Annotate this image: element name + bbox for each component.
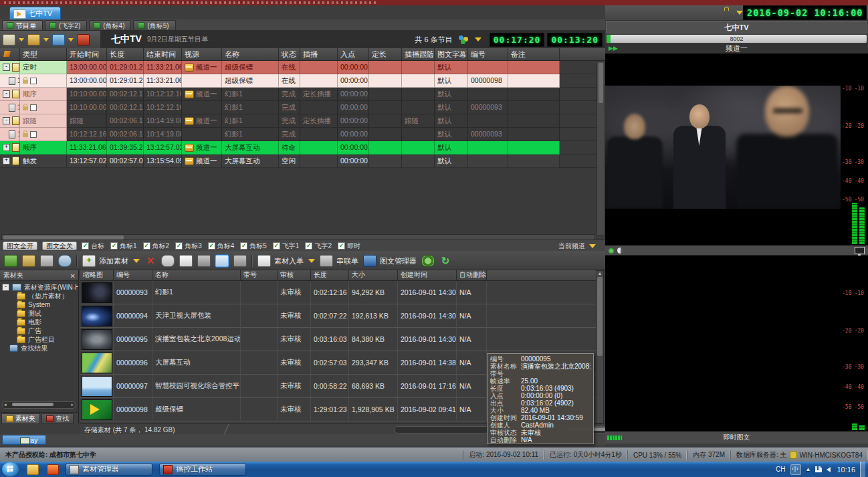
playlist-row[interactable]: 110:12:12.1600:02:06.1710:14:19.08幻影1完成0… bbox=[0, 128, 605, 141]
playlist-column-header[interactable]: 编号 bbox=[468, 48, 508, 60]
checkbox-checked-icon[interactable]: ✓ bbox=[273, 242, 280, 250]
cg-check-item[interactable]: ✓即时 bbox=[338, 242, 360, 251]
playlist-subtab[interactable]: 节目单 bbox=[2, 20, 43, 31]
grid-view-icon[interactable] bbox=[40, 255, 53, 267]
refresh-icon[interactable]: ↻ bbox=[439, 256, 451, 266]
playlist-row[interactable]: -3顺序10:10:00.0000:02:12.1610:12:12.16频道一… bbox=[0, 88, 605, 101]
delete-material-icon[interactable]: ✕ bbox=[144, 256, 156, 266]
media-thumbnail[interactable] bbox=[82, 282, 112, 303]
playlist-subtab[interactable]: (角标5) bbox=[133, 20, 175, 31]
collapse-minus-icon[interactable]: - bbox=[2, 284, 9, 291]
media-row[interactable]: 00000094天津卫视大屏包装未审核0:02:07:22192,613 KB2… bbox=[80, 304, 596, 328]
checkbox-checked-icon[interactable]: ✓ bbox=[305, 242, 312, 250]
cg-manager-icon[interactable] bbox=[363, 255, 376, 267]
playlist-column-header[interactable]: 结束时间 bbox=[144, 48, 182, 60]
cg-check-item[interactable]: ✓飞字1 bbox=[273, 242, 300, 251]
show-desktop-button[interactable] bbox=[860, 462, 865, 477]
tree-tab-search[interactable]: 查找 bbox=[41, 413, 74, 424]
contrast-icon[interactable] bbox=[617, 248, 623, 254]
tree-folder-item[interactable]: （垫片素材） bbox=[2, 292, 78, 300]
tree-close-icon[interactable]: ✕ bbox=[70, 271, 76, 281]
storage-tab[interactable]: 存储素材 (共 7 条， 14.82 GB) bbox=[84, 425, 175, 435]
quicklaunch-app-icon[interactable] bbox=[47, 464, 59, 475]
playlist-column-header[interactable]: 图文字幕 bbox=[435, 48, 468, 60]
open-folder-icon[interactable] bbox=[22, 255, 35, 267]
checkbox-checked-icon[interactable]: ✓ bbox=[175, 242, 183, 250]
playlist-row[interactable]: +6触发13:12:57.0200:02:57.0313:15:54.05频道一… bbox=[0, 155, 605, 168]
media-column-header[interactable] bbox=[487, 270, 596, 280]
checkbox-checked-icon[interactable]: ✓ bbox=[110, 242, 118, 250]
playlist-column-header[interactable]: 视源 bbox=[182, 48, 222, 60]
stamp-icon[interactable] bbox=[77, 34, 90, 45]
material-to-list-icon[interactable] bbox=[257, 255, 271, 267]
playlist-column-header[interactable]: 长度 bbox=[107, 48, 144, 60]
view-detail-icon[interactable] bbox=[233, 255, 247, 267]
media-thumbnail[interactable] bbox=[82, 306, 112, 326]
playlist-column-header[interactable]: 插播跟随 bbox=[402, 48, 435, 60]
tools-dropdown-icon[interactable] bbox=[68, 38, 74, 41]
cg-check-item[interactable]: ✓角标3 bbox=[175, 242, 202, 251]
media-column-header[interactable]: 编号 bbox=[114, 270, 152, 280]
playlist-column-header[interactable]: 状态 bbox=[279, 48, 300, 60]
playlist-column-header[interactable]: 名称 bbox=[222, 48, 279, 60]
cg-check-item[interactable]: ✓角标5 bbox=[240, 242, 267, 251]
media-thumbnail[interactable] bbox=[82, 353, 112, 373]
ime-indicator[interactable]: 中 bbox=[790, 464, 801, 475]
cg-manager-label[interactable]: 图文管理器 bbox=[380, 256, 417, 266]
media-row[interactable]: 00000093幻影1未审核0:02:12:1694,292 KB2016-09… bbox=[80, 281, 596, 304]
edit-playlist-icon[interactable] bbox=[27, 34, 40, 45]
current-channel-dropdown-icon[interactable] bbox=[589, 244, 596, 248]
open-playlist-dropdown-icon[interactable] bbox=[19, 38, 24, 41]
checkbox-checked-icon[interactable]: ✓ bbox=[240, 242, 247, 250]
channel-on-icon[interactable] bbox=[609, 248, 614, 254]
clip-checkbox[interactable] bbox=[30, 131, 37, 138]
tree-horizontal-scrollbar[interactable]: ◂▸ bbox=[2, 401, 76, 409]
playlist-row[interactable]: 113:00:00.0001:29:01.2311:33:21.06超级保镖在线… bbox=[0, 74, 605, 88]
cg-check-item[interactable]: ✓角标2 bbox=[143, 242, 170, 251]
tree-tab-folders[interactable]: 素材夹 bbox=[1, 413, 40, 424]
playlist-column-header[interactable]: 备注 bbox=[508, 48, 560, 60]
media-row[interactable]: 00000095演播室包装之北京2008运动会未审核0:03:16:0384,3… bbox=[80, 328, 596, 351]
cg-open-all-button[interactable]: 图文全开 bbox=[3, 242, 37, 250]
open-playlist-icon[interactable] bbox=[3, 34, 15, 45]
playlist-column-header[interactable]: 类型 bbox=[20, 48, 67, 60]
start-button[interactable] bbox=[2, 462, 19, 476]
tree-folder-item[interactable]: 广告 bbox=[2, 326, 78, 335]
cg-check-item[interactable]: ✓台标 bbox=[82, 242, 104, 251]
checkbox-checked-icon[interactable]: ✓ bbox=[82, 242, 89, 250]
collapse-minus-icon[interactable]: - bbox=[3, 64, 10, 71]
playlist-column-header[interactable]: 插播 bbox=[300, 48, 338, 60]
chain-list-icon[interactable] bbox=[320, 255, 333, 267]
search-media-icon[interactable] bbox=[58, 255, 72, 267]
export-material-icon[interactable] bbox=[161, 255, 175, 267]
monitor-icon[interactable] bbox=[855, 247, 865, 254]
collapse-minus-icon[interactable]: - bbox=[3, 117, 10, 124]
media-thumbnail[interactable] bbox=[82, 399, 112, 420]
playlist-vertical-scrollbar[interactable] bbox=[596, 61, 605, 235]
media-column-header[interactable]: 大小 bbox=[349, 270, 398, 280]
taskbar-button-playout[interactable]: 播控工作站 bbox=[159, 463, 246, 476]
add-material-label[interactable]: 添加素材 bbox=[99, 256, 128, 266]
cg-check-item[interactable]: ✓角标4 bbox=[208, 242, 235, 251]
expand-plus-icon[interactable]: + bbox=[3, 144, 10, 151]
media-vertical-scrollbar[interactable]: ▲ bbox=[596, 270, 604, 423]
tree-folder-item[interactable]: 测试 bbox=[2, 309, 78, 318]
playlist-column-header[interactable]: 开始时间 bbox=[67, 48, 107, 60]
media-column-header[interactable]: 带号 bbox=[241, 270, 278, 280]
tree-root-item[interactable]: -素材资源库(WIN-HMCISKO bbox=[2, 283, 78, 292]
cg-check-item[interactable]: ✓飞字2 bbox=[305, 242, 332, 251]
media-column-header[interactable]: 缩略图 bbox=[80, 270, 114, 280]
tree-search-result-item[interactable]: 查找结果 bbox=[2, 344, 78, 353]
speaker-icon[interactable] bbox=[827, 467, 831, 472]
tree-folder-item[interactable]: 广告栏目 bbox=[2, 335, 78, 344]
dropdown-arrow-icon[interactable] bbox=[475, 37, 481, 41]
tray-expand-icon[interactable]: ▲ bbox=[806, 466, 811, 472]
add-material-dropdown-icon[interactable] bbox=[133, 259, 140, 263]
monitor-config-dropdown-icon[interactable] bbox=[736, 11, 743, 15]
taskbar-button-media-manager[interactable]: 素材管理器 bbox=[66, 463, 152, 476]
media-thumbnail[interactable] bbox=[82, 329, 112, 350]
media-column-header[interactable]: 创建时间 bbox=[398, 270, 457, 280]
expand-plus-icon[interactable]: + bbox=[3, 157, 10, 165]
edit-playlist-dropdown-icon[interactable] bbox=[43, 38, 49, 41]
playlist-row[interactable]: -4跟随跟随00:02:06.1710:14:19.08频道一幻影1完成定长插播… bbox=[0, 114, 605, 128]
